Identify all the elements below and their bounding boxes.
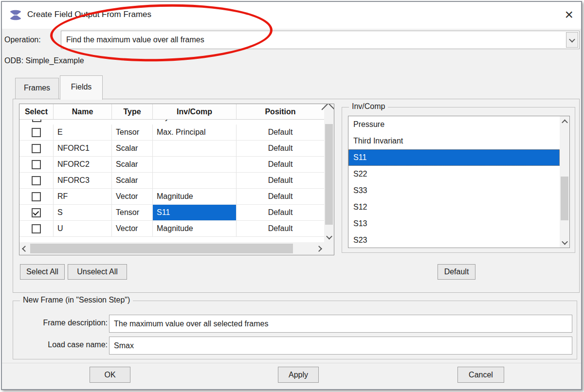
select-all-button[interactable]: Select All	[20, 264, 65, 280]
cell-select	[19, 221, 54, 237]
column-header-invcomp[interactable]: Inv/Comp	[153, 104, 237, 120]
row-checkbox[interactable]	[32, 144, 41, 153]
cell-position: Default	[237, 189, 324, 205]
scroll-left-icon[interactable]	[19, 242, 30, 255]
cell-invcomp: Magnitude	[153, 189, 237, 205]
table-row[interactable]: RFVectorMagnitudeDefault	[19, 189, 324, 205]
cell-invcomp	[153, 157, 237, 173]
table-row[interactable]: ETensorMax. PrincipalDefault	[19, 125, 324, 141]
invcomp-groupbox: Inv/Comp PressureThird InvariantS11S22S3…	[342, 107, 575, 253]
cell-select	[19, 157, 54, 173]
tab-fields[interactable]: Fields	[60, 75, 103, 100]
scroll-up-icon[interactable]	[560, 116, 569, 127]
create-field-output-dialog: Create Field Output From Frames × Operat…	[1, 1, 582, 390]
invcomp-value[interactable]	[153, 157, 236, 172]
chevron-down-icon[interactable]	[566, 32, 578, 48]
default-button[interactable]: Default	[438, 264, 475, 280]
invcomp-option[interactable]: S11	[348, 149, 560, 166]
invcomp-value[interactable]: Magnitude	[153, 221, 236, 236]
row-checkbox	[32, 120, 41, 122]
scrollbar-thumb[interactable]	[325, 124, 333, 225]
invcomp-option[interactable]: Pressure	[348, 116, 560, 133]
fields-table: Select Name Type Inv/Comp Position y ETe…	[19, 104, 334, 255]
clipped-text-fragment: y	[165, 120, 169, 122]
table-row[interactable]: NFORC1ScalarDefault	[19, 141, 324, 157]
row-checkbox[interactable]	[32, 208, 41, 217]
invcomp-value[interactable]	[153, 173, 236, 188]
dialog-title: Create Field Output From Frames	[27, 10, 151, 19]
table-row[interactable]: UVectorMagnitudeDefault	[19, 221, 324, 237]
table-row[interactable]: NFORC3ScalarDefault	[19, 173, 324, 189]
scrollbar-thumb[interactable]	[561, 177, 568, 220]
row-checkbox[interactable]	[32, 160, 41, 169]
row-checkbox[interactable]	[32, 192, 41, 201]
row-checkbox[interactable]	[32, 128, 41, 137]
cell-name: NFORC3	[54, 173, 112, 189]
odb-label: ODB: Simple_Example	[4, 56, 84, 65]
scrollbar-corner	[324, 242, 334, 255]
invcomp-options: PressureThird InvariantS11S22S33S12S13S2…	[348, 116, 569, 248]
cell-position: Default	[237, 205, 324, 221]
cell-position: Default	[237, 141, 324, 157]
scroll-down-icon[interactable]	[324, 232, 334, 242]
apply-button[interactable]: Apply	[278, 367, 319, 383]
scroll-down-icon[interactable]	[560, 237, 569, 248]
table-body: ETensorMax. PrincipalDefaultNFORC1Scalar…	[19, 125, 324, 237]
invcomp-option[interactable]: S13	[348, 215, 560, 232]
screenshot-stage: Create Field Output From Frames × Operat…	[0, 0, 584, 392]
row-checkbox[interactable]	[32, 176, 41, 185]
table-vertical-scrollbar[interactable]	[324, 104, 334, 242]
invcomp-value[interactable]	[153, 141, 236, 156]
cell-type: Scalar	[112, 157, 153, 173]
close-icon[interactable]: ×	[565, 5, 573, 24]
cell-position: Default	[237, 125, 324, 141]
cell-invcomp	[153, 173, 237, 189]
operation-value: Find the maximum value over all frames	[61, 36, 204, 44]
load-case-name-input[interactable]	[109, 337, 572, 355]
invcomp-value[interactable]: Max. Principal	[153, 125, 236, 140]
table-horizontal-scrollbar[interactable]	[19, 242, 324, 255]
cell-position: Default	[237, 173, 324, 189]
cell-select	[19, 173, 54, 189]
cell-select	[19, 141, 54, 157]
cell-type: Scalar	[112, 173, 153, 189]
operation-dropdown[interactable]: Find the maximum value over all frames	[61, 31, 580, 49]
column-header-select[interactable]: Select	[19, 104, 54, 120]
scrollbar-thumb[interactable]	[30, 244, 293, 253]
invcomp-option[interactable]: S23	[348, 232, 560, 248]
invcomp-option[interactable]: S22	[348, 166, 560, 182]
cell-select	[19, 205, 54, 221]
load-case-name-label: Load case name:	[17, 340, 108, 349]
footer-separator	[2, 363, 581, 363]
cell-name: U	[54, 221, 112, 237]
invcomp-value[interactable]: S11	[153, 205, 236, 220]
unselect-all-button[interactable]: Unselect All	[68, 264, 127, 280]
cell-name: NFORC2	[54, 157, 112, 173]
column-header-name[interactable]: Name	[54, 104, 112, 120]
frame-description-input[interactable]	[109, 315, 572, 333]
table-row[interactable]: NFORC2ScalarDefault	[19, 157, 324, 173]
cell-type: Vector	[112, 189, 153, 205]
table-header: Select Name Type Inv/Comp Position	[19, 104, 324, 120]
cell-invcomp: S11	[153, 205, 237, 221]
ok-button[interactable]: OK	[90, 367, 130, 383]
scroll-up-icon[interactable]	[324, 104, 334, 115]
cell-invcomp: Magnitude	[153, 221, 237, 237]
cell-type: Tensor	[112, 125, 153, 141]
tab-frames[interactable]: Frames	[15, 78, 59, 99]
invcomp-option[interactable]: S12	[348, 199, 560, 215]
column-header-position[interactable]: Position	[237, 104, 324, 120]
listbox-scrollbar[interactable]	[560, 116, 569, 248]
cell-position: Default	[237, 157, 324, 173]
cell-name: NFORC1	[54, 141, 112, 157]
row-checkbox[interactable]	[32, 224, 41, 233]
abaqus-icon	[8, 8, 23, 22]
cancel-button[interactable]: Cancel	[457, 367, 504, 383]
invcomp-option[interactable]: Third Invariant	[348, 133, 560, 149]
column-header-type[interactable]: Type	[112, 104, 153, 120]
invcomp-option[interactable]: S33	[348, 182, 560, 199]
cell-position: Default	[237, 221, 324, 237]
table-row[interactable]: STensorS11Default	[19, 205, 324, 221]
scroll-right-icon[interactable]	[313, 242, 324, 255]
invcomp-value[interactable]: Magnitude	[153, 189, 236, 204]
